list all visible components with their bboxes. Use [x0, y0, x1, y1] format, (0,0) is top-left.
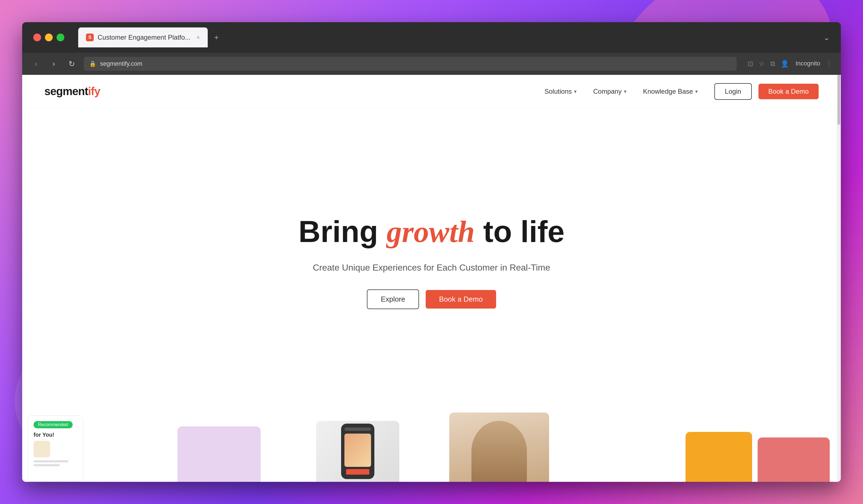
new-tab-button[interactable]: + — [211, 31, 223, 43]
site-logo[interactable]: segmentify — [45, 85, 100, 98]
tab-favicon: S — [86, 34, 94, 41]
product-desc-line-2 — [34, 464, 60, 466]
scrollbar[interactable] — [837, 75, 841, 482]
phone-content — [345, 433, 371, 467]
active-tab[interactable]: S Customer Engagement Platfo... × — [78, 27, 208, 47]
browser-window: S Customer Engagement Platfo... × + ⌄ ‹ … — [22, 22, 841, 482]
profile-icon[interactable]: 👤 — [780, 60, 789, 68]
phone-mockup — [341, 424, 374, 479]
logo-text: segmentify — [45, 85, 100, 98]
website: segmentify Solutions ▾ Company ▾ Knowled… — [22, 75, 841, 482]
hero-title-accent: growth — [387, 215, 475, 249]
recommended-badge: Recommended — [34, 421, 73, 428]
phone-notch — [345, 428, 371, 431]
knowledge-base-label: Knowledge Base — [643, 88, 693, 96]
solutions-chevron: ▾ — [574, 88, 577, 94]
preview-card-2 — [177, 426, 261, 482]
product-desc-line — [34, 460, 68, 463]
tab-title: Customer Engagement Platfo... — [98, 34, 190, 41]
address-bar[interactable]: 🔒 segmentify.com — [84, 57, 737, 71]
tab-close-button[interactable]: × — [197, 34, 200, 41]
recommended-label: for You! — [34, 432, 77, 438]
hero-title: Bring growth to life — [298, 215, 565, 249]
company-chevron: ▾ — [624, 88, 626, 94]
person-card — [449, 413, 549, 482]
person-silhouette — [472, 421, 527, 482]
preview-card-6 — [758, 438, 830, 482]
logo-text-main: segment — [45, 85, 88, 97]
phone-preview-card — [316, 421, 399, 482]
hero-section: Bring growth to life Create Unique Exper… — [22, 108, 841, 410]
phone-button — [346, 469, 370, 475]
product-thumbnail — [34, 441, 50, 457]
solutions-label: Solutions — [545, 88, 572, 96]
company-menu[interactable]: Company ▾ — [593, 88, 626, 96]
hero-subtitle: Create Unique Experiences for Each Custo… — [313, 263, 550, 273]
knowledge-base-chevron: ▾ — [695, 88, 698, 94]
refresh-button[interactable]: ↻ — [66, 59, 77, 68]
scrollbar-thumb[interactable] — [838, 75, 840, 125]
tab-overview-icon[interactable]: ⧉ — [771, 60, 775, 68]
knowledge-base-menu[interactable]: Knowledge Base ▾ — [643, 88, 698, 96]
hero-title-prefix: Bring — [298, 214, 387, 248]
browser-controls: ⊡ ☆ ⧉ 👤 Incognito ⋮ — [748, 60, 833, 68]
nav-links: Solutions ▾ Company ▾ Knowledge Base ▾ — [545, 88, 698, 96]
window-chevron: ⌄ — [823, 33, 830, 42]
hero-buttons: Explore Book a Demo — [367, 289, 496, 309]
browser-content: segmentify Solutions ▾ Company ▾ Knowled… — [22, 75, 841, 482]
incognito-label: Incognito — [796, 60, 820, 68]
company-label: Company — [593, 88, 622, 96]
hero-title-suffix: to life — [475, 214, 565, 248]
maximize-window-button[interactable] — [57, 34, 64, 41]
nav-actions: Login Book a Demo — [714, 83, 818, 100]
site-nav: segmentify Solutions ▾ Company ▾ Knowled… — [22, 75, 841, 108]
book-demo-nav-button[interactable]: Book a Demo — [759, 84, 818, 99]
lock-icon: 🔒 — [89, 61, 96, 67]
forward-button[interactable]: › — [48, 59, 59, 68]
minimize-window-button[interactable] — [45, 34, 53, 41]
phone-inner — [316, 421, 399, 482]
person-inner — [449, 413, 549, 482]
tab-bar: S Customer Engagement Platfo... × + — [78, 22, 223, 53]
titlebar: S Customer Engagement Platfo... × + ⌄ — [22, 22, 841, 53]
more-options-icon[interactable]: ⋮ — [826, 60, 833, 68]
book-demo-hero-button[interactable]: Book a Demo — [426, 290, 496, 308]
preview-card-5 — [686, 432, 752, 482]
bottom-preview: Recommended for You! — [22, 410, 841, 482]
url-display: segmentify.com — [100, 60, 142, 67]
bookmark-icon[interactable]: ☆ — [759, 60, 765, 68]
logo-accent: ify — [88, 85, 100, 97]
traffic-lights — [33, 34, 64, 41]
addressbar: ‹ › ↻ 🔒 segmentify.com ⊡ ☆ ⧉ 👤 Incognito… — [22, 53, 841, 75]
solutions-menu[interactable]: Solutions ▾ — [545, 88, 577, 96]
close-window-button[interactable] — [33, 34, 41, 41]
back-button[interactable]: ‹ — [30, 59, 41, 68]
explore-button[interactable]: Explore — [367, 289, 419, 309]
login-button[interactable]: Login — [714, 83, 752, 100]
cast-icon: ⊡ — [748, 60, 753, 68]
recommended-card: Recommended for You! — [28, 415, 83, 482]
